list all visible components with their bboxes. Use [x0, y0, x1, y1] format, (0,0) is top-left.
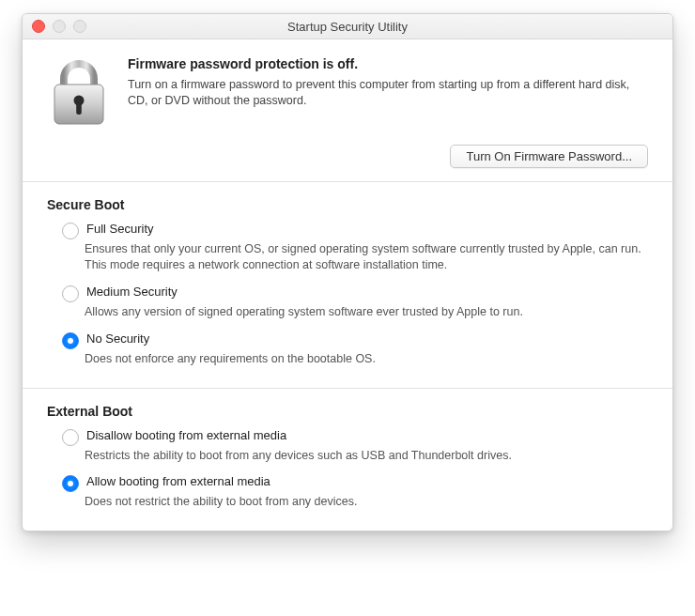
zoom-button: [73, 20, 86, 33]
traffic-lights: [32, 20, 86, 33]
radio-label-disallow-external[interactable]: Disallow booting from external media: [86, 428, 286, 444]
startup-security-window: Startup Security Utility: [22, 13, 673, 531]
firmware-desc: Turn on a firmware password to prevent t…: [128, 77, 648, 109]
radio-label-full-security[interactable]: Full Security: [86, 222, 154, 238]
radio-label-no-security[interactable]: No Security: [86, 331, 149, 347]
radio-allow-external[interactable]: [62, 475, 79, 492]
firmware-section: Firmware password protection is off. Tur…: [23, 39, 672, 181]
radio-desc-allow-external: Does not restrict the ability to boot fr…: [85, 494, 648, 510]
close-button[interactable]: [32, 20, 45, 33]
minimize-button: [53, 20, 66, 33]
radio-disallow-external[interactable]: [62, 429, 79, 446]
window-title: Startup Security Utility: [23, 20, 672, 34]
svg-rect-2: [76, 102, 82, 115]
radio-no-security[interactable]: [62, 332, 79, 349]
secure-boot-section: Secure Boot Full Security Ensures that o…: [23, 182, 672, 388]
secure-boot-heading: Secure Boot: [47, 197, 648, 212]
external-boot-section: External Boot Disallow booting from exte…: [23, 389, 672, 531]
radio-label-allow-external[interactable]: Allow booting from external media: [86, 474, 270, 490]
radio-full-security[interactable]: [62, 223, 79, 239]
radio-desc-medium-security: Allows any version of signed operating s…: [85, 304, 648, 320]
radio-desc-disallow-external: Restricts the ability to boot from any d…: [85, 448, 648, 464]
titlebar: Startup Security Utility: [23, 14, 672, 39]
radio-medium-security[interactable]: [62, 285, 79, 302]
turn-on-firmware-password-button[interactable]: Turn On Firmware Password...: [450, 145, 648, 168]
firmware-heading: Firmware password protection is off.: [128, 56, 648, 71]
radio-label-medium-security[interactable]: Medium Security: [86, 285, 178, 300]
lock-icon: [47, 56, 111, 128]
radio-desc-full-security: Ensures that only your current OS, or si…: [85, 241, 648, 273]
external-boot-heading: External Boot: [47, 404, 648, 419]
radio-desc-no-security: Does not enforce any requirements on the…: [85, 351, 648, 367]
